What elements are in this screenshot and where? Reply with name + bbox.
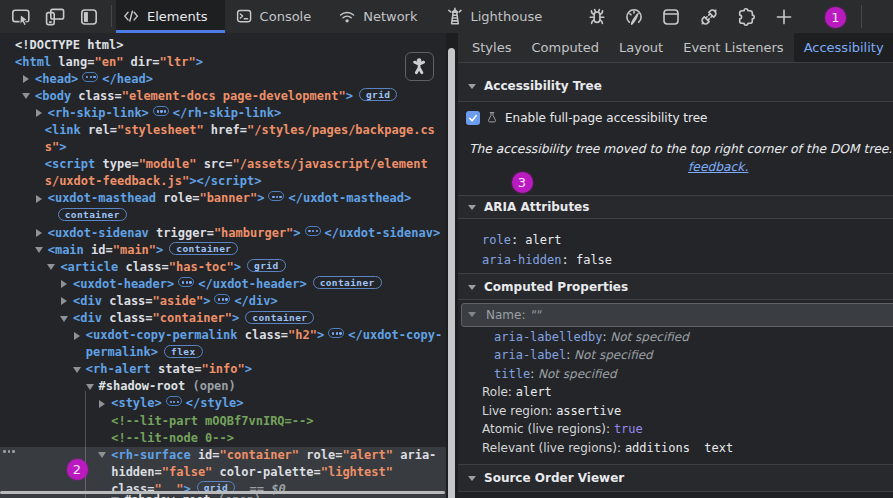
accessibility-tree-button[interactable]: [405, 52, 434, 81]
dom-tree-line[interactable]: <rh-surface id="container" role="alert" …: [0, 447, 446, 464]
code-token: class=: [102, 311, 153, 325]
code-token: href=: [204, 123, 247, 137]
tab-lighthouse[interactable]: Lighthouse: [439, 0, 560, 33]
gear-icon: [736, 7, 756, 27]
caret-expanded-icon[interactable]: [72, 361, 82, 378]
sidebar-tab-accessibility[interactable]: Accessibility: [794, 33, 893, 62]
dom-tree-line[interactable]: <uxdot-copy-permalink class="h2"></uxdot…: [0, 327, 446, 344]
device-toolbar-button[interactable]: [43, 5, 67, 29]
row-menu-dots-icon[interactable]: [3, 450, 19, 456]
layout-badge[interactable]: container: [245, 311, 314, 324]
caret-collapsed-icon[interactable]: [97, 395, 107, 412]
dom-tree-line[interactable]: #shadow-root (open): [0, 378, 446, 395]
inspect-button[interactable]: [9, 5, 33, 29]
caret-collapsed-icon[interactable]: [59, 276, 69, 293]
collapsed-content-ellipsis-icon[interactable]: [214, 294, 230, 304]
dom-tree-line[interactable]: <main id="main">container: [0, 242, 446, 259]
caret-expanded-icon[interactable]: [59, 310, 69, 327]
layout-badge[interactable]: flex: [164, 345, 202, 358]
bug-button[interactable]: [585, 5, 609, 29]
dom-tree-line[interactable]: <!--lit-part mOQBf7vnIRQ=-->: [0, 413, 446, 430]
dom-tree-line[interactable]: <body class="element-docs page-developme…: [0, 88, 446, 105]
section-aria-attributes[interactable]: ARIA Attributes: [458, 195, 893, 219]
dom-tree-line[interactable]: <uxdot-sidenav trigger="hamburger"></uxd…: [0, 225, 446, 242]
layout-badge[interactable]: grid: [359, 88, 397, 101]
collapsed-content-ellipsis-icon[interactable]: [178, 277, 194, 287]
dom-tree-line[interactable]: <div class="container">container: [0, 310, 446, 327]
collapsed-content-ellipsis-icon[interactable]: [153, 106, 169, 116]
dom-tree-line[interactable]: <div class="aside"></div>: [0, 293, 446, 310]
gauge-button[interactable]: [622, 5, 646, 29]
caret-collapsed-icon[interactable]: [34, 105, 44, 122]
dom-tree-line[interactable]: <script type="module" src="/assets/javas…: [0, 156, 446, 173]
caret-expanded-icon[interactable]: [97, 447, 107, 464]
collapsed-content-ellipsis-icon[interactable]: [268, 191, 284, 201]
tab-network[interactable]: Network: [332, 0, 434, 33]
dom-tree-line[interactable]: <uxdot-header></uxdot-header>container: [0, 276, 446, 293]
panel-divider[interactable]: [446, 33, 458, 498]
sidebar-tab-styles[interactable]: Styles: [462, 33, 521, 62]
sidebar-tab-layout[interactable]: Layout: [609, 33, 673, 62]
code-token: <!--lit-node 0-->: [111, 431, 234, 445]
dom-tree-line[interactable]: <uxdot-masthead role="banner"></uxdot-ma…: [0, 190, 446, 207]
layout-badge[interactable]: container: [169, 242, 238, 255]
layout-badge[interactable]: container: [58, 208, 127, 221]
application-button[interactable]: [659, 5, 683, 29]
dom-tree-line[interactable]: <html lang="en" dir="ltr">: [0, 54, 446, 71]
dom-tree: <!DOCTYPE html><html lang="en" dir="ltr"…: [0, 33, 446, 498]
collapsed-content-ellipsis-icon[interactable]: [328, 328, 344, 338]
computed-property-row: Role: alert: [458, 383, 893, 402]
dom-tree-line[interactable]: s/uxdot-feedback.js"></script>: [0, 173, 446, 190]
code-token: <head>: [35, 72, 78, 86]
collapsed-content-ellipsis-icon[interactable]: [82, 72, 98, 82]
enable-a11y-tree-label: Enable full-page accessibility tree: [505, 111, 707, 125]
dom-tree-line[interactable]: s">: [0, 139, 446, 156]
code-token: >: [245, 362, 252, 376]
dock-panel-button[interactable]: [77, 5, 101, 29]
section-source-order-viewer[interactable]: Source Order Viewer: [458, 464, 893, 492]
horizontal-scrollbar[interactable]: [0, 491, 445, 494]
dom-tree-line[interactable]: <style></style>: [0, 395, 446, 412]
dom-tree-line[interactable]: <!DOCTYPE html>: [0, 37, 446, 54]
caret-collapsed-icon[interactable]: [59, 293, 69, 310]
collapsed-content-ellipsis-icon[interactable]: [166, 396, 182, 406]
dom-tree-line[interactable]: <rh-skip-link></rh-skip-link>: [0, 105, 446, 122]
layout-badge[interactable]: container: [313, 276, 382, 289]
caret-expanded-icon[interactable]: [21, 88, 31, 105]
dock-panel-icon: [79, 7, 99, 27]
caret-expanded-icon[interactable]: [46, 259, 56, 276]
checkbox-checked-icon[interactable]: [466, 111, 480, 125]
caret-expanded-icon[interactable]: [85, 378, 95, 395]
dom-tree-line[interactable]: <article class="has-toc">grid: [0, 259, 446, 276]
caret-collapsed-icon[interactable]: [72, 327, 82, 344]
dom-tree-line[interactable]: permalink>flex: [0, 344, 446, 361]
code-token: role=: [156, 191, 199, 205]
feedback-link[interactable]: feedback.: [688, 160, 748, 174]
collapsed-content-ellipsis-icon[interactable]: [305, 226, 321, 236]
caret-collapsed-icon[interactable]: [34, 225, 44, 242]
dom-tree-line[interactable]: <head></head>: [0, 71, 446, 88]
caret-expanded-icon[interactable]: [34, 242, 44, 259]
plug-icon: [699, 7, 719, 27]
code-token: <rh-surface: [111, 448, 190, 462]
caret-collapsed-icon[interactable]: [34, 190, 44, 207]
code-token: "module": [139, 157, 197, 171]
sidebar-tab-computed[interactable]: Computed: [521, 33, 609, 62]
tab-elements[interactable]: Elements: [116, 0, 225, 33]
dom-tree-line[interactable]: <link rel="stylesheet" href="/styles/pag…: [0, 122, 446, 139]
layout-badge[interactable]: grid: [247, 259, 285, 272]
dom-tree-line[interactable]: <rh-alert state="info">: [0, 361, 446, 378]
dom-tree-line[interactable]: container: [0, 207, 446, 224]
sidebar-tab-event-listeners[interactable]: Event Listeners: [673, 33, 793, 62]
property-name: Atomic (live regions): [482, 422, 606, 436]
dom-tree-line[interactable]: <!--lit-node 0-->: [0, 430, 446, 447]
caret-collapsed-icon[interactable]: [21, 71, 31, 88]
section-accessibility-tree[interactable]: Accessibility Tree: [458, 63, 893, 102]
tab-console[interactable]: Console: [229, 0, 329, 33]
plus-button[interactable]: [772, 5, 796, 29]
plug-button[interactable]: [697, 5, 721, 29]
computed-name-row[interactable]: Name: "": [461, 303, 893, 327]
vertical-scrollbar[interactable]: [448, 48, 456, 498]
gear-button[interactable]: [734, 5, 758, 29]
section-computed-properties[interactable]: Computed Properties: [458, 273, 893, 300]
